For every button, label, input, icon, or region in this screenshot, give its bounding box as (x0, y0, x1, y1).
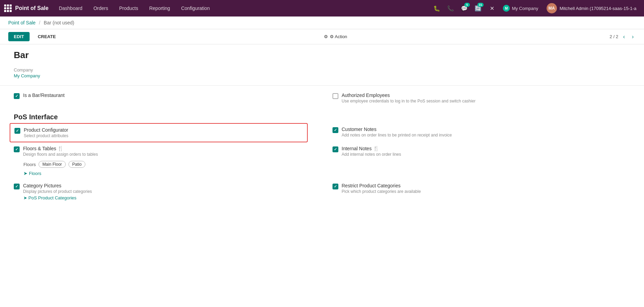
phone-icon-btn[interactable]: 📞 (444, 2, 457, 14)
action-bar: EDIT CREATE ⚙ ⚙ Action 2 / 2 ‹ › (0, 29, 644, 44)
category-pictures-col: ✓ Category Pictures Display pictures of … (14, 183, 312, 200)
nav-products[interactable]: Products (114, 0, 143, 17)
cb-product-configurator-content: Product Configurator Select product attr… (24, 127, 303, 138)
floors-tags-row: Floors Main Floor Patio (23, 161, 312, 168)
cb-floors-tables-content: Floors & Tables 🍴 Design floors and assi… (23, 146, 312, 157)
floors-left: ✓ Floors & Tables 🍴 Design floors and as… (14, 146, 312, 176)
user-name: Mitchell Admin (17095214-saas-15-1-a (560, 6, 636, 11)
cb-internal-notes-content: Internal Notes 🍴 Add internal notes on o… (342, 146, 631, 157)
cb-category-pictures-check: ✓ (15, 184, 18, 189)
cb-authorized-desc: Use employee credentials to log in to th… (342, 99, 631, 103)
cb-customer-notes-content: Customer Notes Add notes on order lines … (342, 127, 631, 138)
cb-restrict-categories-title: Restrict Product Categories (342, 183, 631, 188)
chat-icon-btn[interactable]: 💬 5 (458, 2, 471, 14)
nav-reporting[interactable]: Reporting (144, 0, 175, 17)
cb-product-configurator-box[interactable]: ✓ (14, 128, 20, 134)
activity-icon-btn[interactable]: 🔄 31 (472, 2, 484, 14)
cat-row: ✓ Category Pictures Display pictures of … (14, 183, 630, 200)
nav-actions: 🐛 📞 💬 5 🔄 31 ✕ M My Company MA Mitchell … (431, 2, 640, 14)
cb-bar-restaurant-box[interactable]: ✓ (14, 93, 20, 99)
action-button[interactable]: ⚙ ⚙ Action (320, 32, 351, 41)
close-icon-btn[interactable]: ✕ (486, 2, 498, 14)
floors-link-text: Floors (29, 171, 41, 176)
cb-product-configurator-desc: Select product attributes (24, 133, 303, 138)
nav-orders[interactable]: Orders (88, 0, 113, 17)
product-configurator-highlight: ✓ Product Configurator Select product at… (10, 123, 308, 142)
floor-tag-patio[interactable]: Patio (68, 161, 85, 168)
navbar: Point of Sale Dashboard Orders Products … (0, 0, 644, 17)
pagination-prev[interactable]: ‹ (621, 33, 627, 41)
floor-tag-main[interactable]: Main Floor (39, 161, 66, 168)
checkbox-authorized-employees: Authorized Employees Use employee creden… (332, 92, 631, 103)
checkbox-floors-tables: ✓ Floors & Tables 🍴 Design floors and as… (14, 146, 312, 157)
cb-product-configurator-check: ✓ (16, 129, 19, 133)
activity-badge: 31 (477, 3, 484, 7)
breadcrumb-parent[interactable]: Point of Sale (8, 20, 35, 25)
floors-row: ✓ Floors & Tables 🍴 Design floors and as… (14, 146, 630, 176)
floors-label: Floors (23, 162, 36, 167)
bug-icon-btn[interactable]: 🐛 (431, 2, 443, 14)
cb-floors-tables-check: ✓ (15, 147, 18, 152)
nav-dashboard[interactable]: Dashboard (54, 0, 87, 17)
cb-category-pictures-desc: Display pictures of product categories (23, 189, 312, 194)
main-content: Bar Company My Company ✓ Is a Bar/Restau… (0, 44, 644, 307)
nav-configuration[interactable]: Configuration (176, 0, 214, 17)
cb-category-pictures-box[interactable]: ✓ (14, 184, 20, 189)
company-value[interactable]: My Company (14, 73, 630, 78)
cb-authorized-box[interactable] (332, 93, 338, 99)
user-menu[interactable]: MA Mitchell Admin (17095214-saas-15-1-a (543, 3, 640, 13)
company-dot: M (503, 5, 510, 12)
floors-tables-icon: 🍴 (57, 146, 63, 151)
create-button[interactable]: CREATE (32, 32, 61, 41)
company-name: My Company (512, 6, 538, 11)
cb-customer-notes-title: Customer Notes (342, 127, 631, 132)
checkbox-product-configurator: ✓ Product Configurator Select product at… (14, 127, 312, 139)
cb-internal-notes-box[interactable]: ✓ (332, 146, 338, 152)
cb-bar-restaurant-content: Is a Bar/Restaurant (23, 92, 312, 98)
cb-authorized-title: Authorized Employees (342, 92, 631, 98)
checkbox-bar-restaurant: ✓ Is a Bar/Restaurant (14, 92, 312, 103)
cb-restrict-categories-box[interactable]: ✓ (332, 184, 338, 189)
cb-bar-restaurant-title: Is a Bar/Restaurant (23, 92, 312, 98)
chat-badge: 5 (464, 3, 470, 7)
floors-link[interactable]: ➤ Floors (23, 171, 312, 176)
breadcrumb-current: Bar (not used) (44, 20, 74, 25)
pos-features-row1: ✓ Product Configurator Select product at… (0, 127, 644, 139)
gear-icon: ⚙ (324, 34, 328, 39)
cb-customer-notes-desc: Add notes on order lines to be printed o… (342, 133, 631, 138)
company-selector[interactable]: M My Company (499, 5, 542, 12)
breadcrumb-separator: / (39, 20, 40, 25)
checkbox-restrict-categories: ✓ Restrict Product Categories Pick which… (332, 183, 631, 200)
arrow-icon: ➤ (23, 171, 28, 176)
divider-1 (0, 85, 644, 86)
edit-button[interactable]: EDIT (8, 32, 30, 41)
company-section: Company My Company (0, 67, 644, 78)
pos-categories-link-text: ➤ PoS Product Categories (23, 195, 76, 200)
company-label: Company (14, 67, 630, 73)
cb-authorized-content: Authorized Employees Use employee creden… (342, 92, 631, 103)
cb-restrict-categories-content: Restrict Product Categories Pick which p… (342, 183, 631, 194)
cb-customer-notes-box[interactable]: ✓ (332, 127, 338, 133)
action-label: ⚙ Action (330, 34, 347, 39)
pagination-next[interactable]: › (630, 33, 636, 41)
cb-floors-tables-box[interactable]: ✓ (14, 146, 20, 152)
cb-bar-restaurant-check: ✓ (15, 94, 18, 98)
app-brand[interactable]: Point of Sale (4, 4, 49, 12)
internal-notes-icon: 🍴 (373, 146, 379, 151)
pos-categories-link[interactable]: ➤ PoS Product Categories (23, 195, 312, 200)
cb-category-pictures-title: Category Pictures (23, 183, 312, 188)
floors-section: ✓ Floors & Tables 🍴 Design floors and as… (0, 146, 644, 176)
cb-floors-tables-desc: Design floors and assign orders to table… (23, 152, 312, 157)
company-field: Company My Company (14, 67, 630, 78)
user-avatar: MA (547, 3, 557, 13)
category-section: ✓ Category Pictures Display pictures of … (0, 183, 644, 200)
cb-restrict-categories-check: ✓ (334, 184, 337, 189)
grid-icon[interactable] (4, 4, 12, 12)
cb-internal-notes-title: Internal Notes 🍴 (342, 146, 631, 151)
pagination-text: 2 / 2 (610, 34, 618, 39)
breadcrumb: Point of Sale / Bar (not used) (0, 17, 644, 29)
checkbox-category-pictures: ✓ Category Pictures Display pictures of … (14, 183, 312, 194)
checkbox-customer-notes: ✓ Customer Notes Add notes on order line… (332, 127, 631, 139)
cb-internal-notes-desc: Add internal notes on order lines (342, 152, 631, 157)
page-title: Bar (0, 44, 644, 61)
